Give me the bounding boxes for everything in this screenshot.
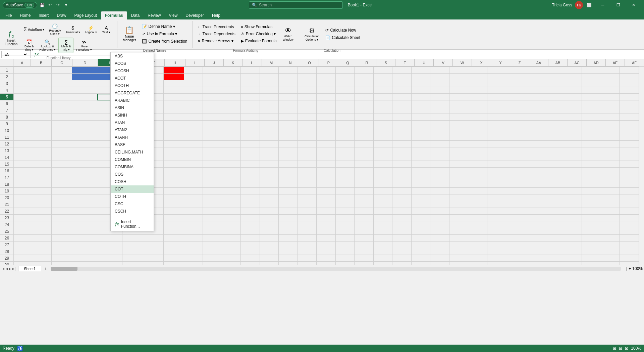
cell-D28[interactable] bbox=[72, 248, 97, 255]
cell-B19[interactable] bbox=[31, 188, 51, 194]
cell-G28[interactable] bbox=[143, 248, 163, 255]
cell-A26[interactable] bbox=[14, 235, 31, 241]
cell-H1[interactable] bbox=[163, 67, 184, 74]
cell-C5[interactable] bbox=[51, 94, 72, 100]
cell-Y15[interactable] bbox=[487, 161, 506, 168]
cell-J11[interactable] bbox=[203, 134, 222, 141]
cell-M18[interactable] bbox=[260, 181, 278, 188]
cell-V14[interactable] bbox=[430, 154, 449, 161]
cell-Y25[interactable] bbox=[487, 228, 506, 235]
cell-N11[interactable] bbox=[279, 134, 298, 141]
cell-AC16[interactable] bbox=[563, 168, 582, 174]
cell-AE28[interactable] bbox=[601, 248, 620, 255]
cell-S12[interactable] bbox=[373, 141, 392, 147]
cell-AB10[interactable] bbox=[544, 127, 563, 134]
cell-L27[interactable] bbox=[241, 241, 260, 248]
cell-R4[interactable] bbox=[355, 87, 373, 94]
cell-X4[interactable] bbox=[468, 87, 487, 94]
cell-AA4[interactable] bbox=[525, 87, 544, 94]
cell-D29[interactable] bbox=[72, 255, 97, 262]
cell-T10[interactable] bbox=[392, 127, 411, 134]
cell-W28[interactable] bbox=[449, 248, 468, 255]
cell-AD13[interactable] bbox=[582, 147, 601, 154]
cell-J2[interactable] bbox=[203, 74, 222, 80]
cell-O9[interactable] bbox=[298, 121, 316, 127]
cell-R1[interactable] bbox=[355, 67, 373, 74]
cell-Q25[interactable] bbox=[335, 228, 354, 235]
grid-scroll-area[interactable]: 1234567891011121314151617181920212223242… bbox=[0, 67, 639, 265]
cell-AA27[interactable] bbox=[525, 241, 544, 248]
cell-J26[interactable] bbox=[203, 235, 222, 241]
cell-I21[interactable] bbox=[184, 201, 203, 208]
dropdown-item-coth[interactable]: COTH bbox=[111, 193, 154, 200]
cell-B5[interactable] bbox=[31, 94, 51, 100]
cell-Y6[interactable] bbox=[487, 100, 506, 107]
col-header-ab[interactable]: AB bbox=[548, 59, 568, 66]
cell-V28[interactable] bbox=[430, 248, 449, 255]
cell-D21[interactable] bbox=[72, 201, 97, 208]
cell-AB29[interactable] bbox=[544, 255, 563, 262]
cell-AB26[interactable] bbox=[544, 235, 563, 241]
cell-P17[interactable] bbox=[317, 174, 335, 181]
cell-D14[interactable] bbox=[72, 154, 97, 161]
cell-AE8[interactable] bbox=[601, 114, 620, 121]
cell-AC12[interactable] bbox=[563, 141, 582, 147]
cell-B25[interactable] bbox=[31, 228, 51, 235]
row-number-2[interactable]: 2 bbox=[0, 74, 14, 80]
cell-C2[interactable] bbox=[51, 74, 72, 80]
dropdown-item-combina[interactable]: COMBINA bbox=[111, 163, 154, 171]
cell-K15[interactable] bbox=[222, 161, 240, 168]
cell-Z6[interactable] bbox=[506, 100, 525, 107]
cell-L13[interactable] bbox=[241, 147, 260, 154]
cell-P9[interactable] bbox=[317, 121, 335, 127]
cell-N8[interactable] bbox=[279, 114, 298, 121]
cell-AC27[interactable] bbox=[563, 241, 582, 248]
cell-W27[interactable] bbox=[449, 241, 468, 248]
cell-S14[interactable] bbox=[373, 154, 392, 161]
cell-L7[interactable] bbox=[241, 107, 260, 114]
cell-U13[interactable] bbox=[411, 147, 430, 154]
cell-Q20[interactable] bbox=[335, 194, 354, 201]
define-name-button[interactable]: 📝 Define Name ▾ bbox=[140, 24, 189, 30]
cell-Y17[interactable] bbox=[487, 174, 506, 181]
cell-D18[interactable] bbox=[72, 181, 97, 188]
cell-X14[interactable] bbox=[468, 154, 487, 161]
cell-J6[interactable] bbox=[203, 100, 222, 107]
cell-A7[interactable] bbox=[14, 107, 31, 114]
cell-V19[interactable] bbox=[430, 188, 449, 194]
cell-S23[interactable] bbox=[373, 215, 392, 221]
cell-Z15[interactable] bbox=[506, 161, 525, 168]
cell-N12[interactable] bbox=[279, 141, 298, 147]
cell-A21[interactable] bbox=[14, 201, 31, 208]
cell-D26[interactable] bbox=[72, 235, 97, 241]
cell-H20[interactable] bbox=[163, 194, 184, 201]
cell-X2[interactable] bbox=[468, 74, 487, 80]
cell-C20[interactable] bbox=[51, 194, 72, 201]
cell-Q17[interactable] bbox=[335, 174, 354, 181]
cell-C26[interactable] bbox=[51, 235, 72, 241]
cell-AF27[interactable] bbox=[620, 241, 639, 248]
trace-dependents-button[interactable]: → Trace Dependents bbox=[195, 31, 237, 37]
cell-Z29[interactable] bbox=[506, 255, 525, 262]
row-number-24[interactable]: 24 bbox=[0, 221, 14, 228]
cell-H13[interactable] bbox=[163, 147, 184, 154]
cell-AD1[interactable] bbox=[582, 67, 601, 74]
dropdown-item-cosh[interactable]: COSH bbox=[111, 178, 154, 185]
more-functions-button[interactable]: ≫ MoreFunctions ▾ bbox=[74, 38, 94, 53]
cell-F28[interactable] bbox=[122, 248, 143, 255]
cell-AA23[interactable] bbox=[525, 215, 544, 221]
cell-I1[interactable] bbox=[184, 67, 203, 74]
col-header-ae[interactable]: AE bbox=[606, 59, 625, 66]
cell-H2[interactable] bbox=[163, 74, 184, 80]
tab-data[interactable]: Data bbox=[127, 11, 144, 19]
cell-R23[interactable] bbox=[355, 215, 373, 221]
cell-T26[interactable] bbox=[392, 235, 411, 241]
cell-T6[interactable] bbox=[392, 100, 411, 107]
cell-J20[interactable] bbox=[203, 194, 222, 201]
cell-R17[interactable] bbox=[355, 174, 373, 181]
cell-Z11[interactable] bbox=[506, 134, 525, 141]
cell-J23[interactable] bbox=[203, 215, 222, 221]
cell-C10[interactable] bbox=[51, 127, 72, 134]
cell-M1[interactable] bbox=[260, 67, 278, 74]
cell-AF17[interactable] bbox=[620, 174, 639, 181]
